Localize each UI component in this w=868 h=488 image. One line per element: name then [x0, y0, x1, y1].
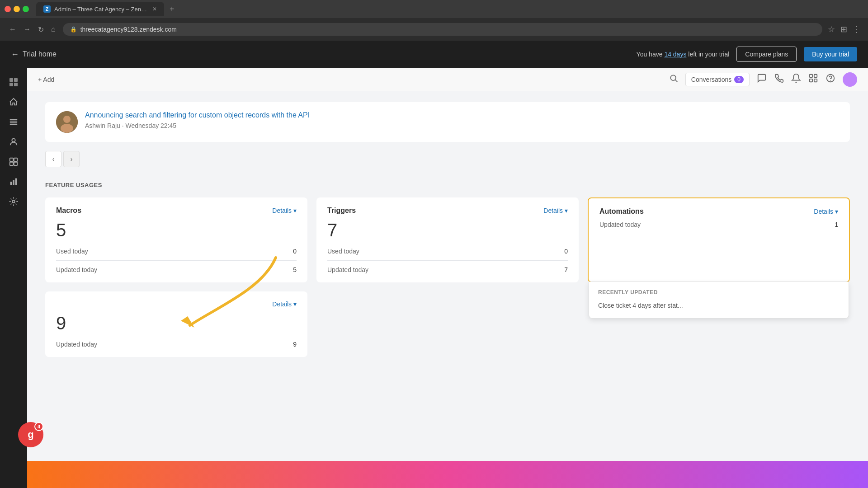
tab-favicon: Z [43, 5, 51, 13]
toolbar-right: Conversations 0 [669, 72, 857, 87]
svg-rect-2 [9, 83, 13, 86]
main-area: + Add Conversations 0 [0, 68, 868, 488]
announcement-title[interactable]: Announcing search and filtering for cust… [85, 111, 839, 119]
automation-item[interactable]: Close ticket 4 days after stat... [598, 300, 840, 311]
sidebar-item-settings[interactable] [5, 192, 23, 211]
sidebar-item-reports[interactable] [5, 153, 23, 171]
sidebar-item-logo[interactable] [5, 73, 23, 91]
automations-title: Automations [599, 207, 644, 216]
announcement-card: Announcing search and filtering for cust… [45, 102, 850, 142]
sidebar-item-contacts[interactable] [5, 133, 23, 151]
browser-tab-bar: Z Admin – Three Cat Agency – Zen… ✕ + [0, 0, 868, 18]
star-icon[interactable]: ☆ [828, 24, 835, 34]
close-traffic-light[interactable] [5, 6, 11, 12]
announcement-meta: Ashwin Raju · Wednesday 22:45 [85, 122, 839, 129]
app-container: ← Trial home You have 14 days left in yo… [0, 41, 868, 488]
svg-rect-12 [10, 182, 12, 185]
views-card-header: Details ▾ [56, 300, 297, 308]
svg-rect-11 [14, 162, 17, 165]
tab-close-button[interactable]: ✕ [152, 6, 157, 12]
chat-icon[interactable] [757, 73, 767, 85]
macros-used-today-label: Used today [56, 248, 88, 255]
macros-count: 5 [56, 220, 297, 240]
top-nav: ← Trial home You have 14 days left in yo… [0, 41, 868, 68]
minimize-traffic-light[interactable] [14, 6, 20, 12]
home-button[interactable]: ⌂ [49, 23, 57, 35]
sidebar-item-analytics[interactable] [5, 173, 23, 191]
add-button[interactable]: + Add [38, 76, 54, 83]
macros-updated-today: Updated today 5 [56, 266, 297, 273]
macros-title: Macros [56, 206, 81, 215]
svg-rect-6 [10, 124, 18, 125]
gsuite-badge[interactable]: g 4 [27, 422, 43, 447]
views-updated-today-label: Updated today [56, 341, 97, 348]
recently-updated-title: RECENTLY UPDATED [598, 289, 840, 296]
announcement-author: Ashwin Raju [85, 122, 120, 129]
svg-rect-9 [14, 158, 17, 161]
automations-stats-top: Updated today 1 [599, 221, 838, 228]
traffic-lights [5, 6, 29, 12]
triggers-updated-today-value: 7 [564, 266, 568, 273]
triggers-card-header: Triggers Details ▾ [327, 206, 568, 215]
buy-trial-button[interactable]: Buy your trial [804, 47, 857, 61]
reload-button[interactable]: ↻ [36, 23, 46, 36]
user-avatar[interactable] [843, 72, 857, 87]
bell-icon[interactable] [791, 73, 801, 85]
sidebar-item-home[interactable] [5, 93, 23, 111]
macros-updated-today-label: Updated today [56, 266, 97, 273]
feature-usages-title: FEATURE USAGES [45, 182, 850, 188]
svg-rect-20 [810, 79, 812, 82]
automations-details-link[interactable]: Details ▾ [814, 208, 838, 215]
top-nav-right: You have 14 days left in your trial Comp… [637, 47, 857, 62]
triggers-details-link[interactable]: Details ▾ [543, 207, 568, 214]
automations-dropdown: RECENTLY UPDATED Close ticket 4 days aft… [589, 282, 849, 319]
triggers-updated-today: Updated today 7 [327, 266, 568, 273]
back-button[interactable]: ← [7, 23, 18, 35]
menu-icon[interactable]: ⋮ [853, 24, 861, 34]
browser-chrome: Z Admin – Three Cat Agency – Zen… ✕ + ← … [0, 0, 868, 41]
svg-rect-4 [10, 119, 18, 121]
active-tab[interactable]: Z Admin – Three Cat Agency – Zen… ✕ [36, 2, 164, 16]
triggers-count: 7 [327, 220, 568, 240]
security-lock-icon: 🔒 [70, 26, 77, 33]
triggers-card: Triggers Details ▾ 7 Used today 0 [316, 197, 579, 282]
tab-title: Admin – Three Cat Agency – Zen… [54, 6, 147, 13]
svg-rect-14 [15, 178, 17, 185]
triggers-used-today: Used today 0 [327, 248, 568, 255]
announcement-date: Wednesday 22:45 [126, 122, 177, 129]
fullscreen-traffic-light[interactable] [23, 6, 29, 12]
extensions-icon[interactable]: ⊞ [840, 24, 847, 34]
views-card: Details ▾ 9 Updated today 9 [45, 291, 307, 357]
automations-updated-today-label: Updated today [599, 221, 641, 228]
macros-updated-today-value: 5 [293, 266, 297, 273]
conversations-button[interactable]: Conversations 0 [685, 73, 750, 86]
prev-page-button[interactable]: ‹ [45, 151, 61, 167]
triggers-title: Triggers [327, 206, 356, 215]
svg-rect-19 [814, 75, 817, 77]
trial-home-link[interactable]: ← Trial home [11, 50, 57, 59]
announcement-content: Announcing search and filtering for cust… [85, 111, 839, 129]
announcement-separator: · [122, 122, 126, 129]
triggers-used-today-value: 0 [564, 248, 568, 255]
address-bar[interactable]: 🔒 threecatagency9128.zendesk.com [63, 23, 822, 36]
phone-icon[interactable] [774, 73, 784, 85]
next-page-button[interactable]: › [63, 151, 80, 167]
automations-updated-today: Updated today 1 [599, 221, 838, 228]
macros-details-link[interactable]: Details ▾ [272, 207, 297, 214]
help-icon[interactable] [826, 73, 835, 85]
new-tab-button[interactable]: + [170, 5, 175, 14]
trial-home-text: Trial home [23, 50, 57, 58]
views-updated-today-value: 9 [293, 341, 297, 348]
svg-rect-10 [10, 162, 13, 165]
sidebar-item-tickets[interactable] [5, 113, 23, 131]
search-button[interactable] [669, 74, 678, 85]
grid-icon[interactable] [808, 73, 818, 85]
views-details-link[interactable]: Details ▾ [272, 300, 297, 308]
svg-point-24 [63, 116, 71, 123]
pagination: ‹ › [45, 151, 850, 167]
forward-button[interactable]: → [22, 23, 33, 35]
compare-plans-button[interactable]: Compare plans [736, 47, 797, 62]
trial-days-link[interactable]: 14 days [664, 51, 686, 58]
svg-rect-3 [14, 83, 18, 86]
gsuite-badge-container: g 4 [27, 422, 43, 447]
